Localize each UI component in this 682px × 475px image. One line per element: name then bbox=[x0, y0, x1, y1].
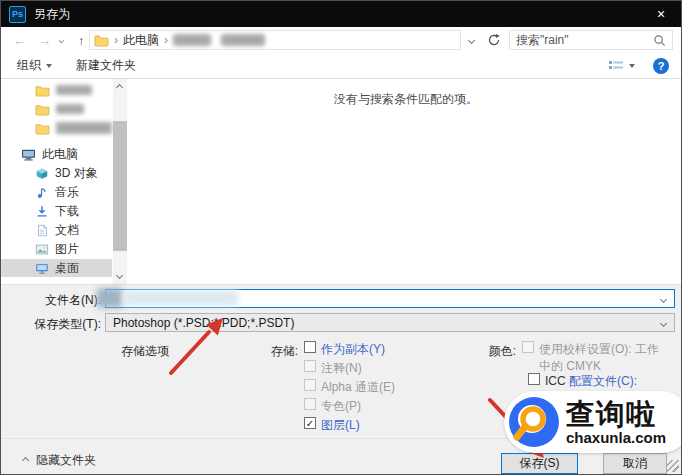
checkbox-label: 作为副本(Y) bbox=[321, 341, 385, 358]
sidebar-item-redacted[interactable] bbox=[1, 100, 112, 118]
hide-folders-label: 隐藏文件夹 bbox=[36, 452, 96, 469]
scroll-down-icon[interactable] bbox=[116, 272, 123, 279]
sidebar-item-pictures[interactable]: 图片 bbox=[1, 240, 112, 258]
save-button-label: 保存(S) bbox=[520, 455, 560, 472]
download-icon bbox=[35, 205, 49, 218]
cancel-button-label: 取消 bbox=[623, 455, 647, 472]
redacted-label bbox=[56, 85, 92, 95]
folder-icon bbox=[35, 84, 50, 97]
sidebar-item-desktop[interactable]: 桌面 bbox=[1, 259, 112, 277]
save-type-chevron-icon bbox=[660, 320, 667, 327]
sidebar-item-redacted[interactable] bbox=[1, 119, 112, 137]
up-button[interactable]: ↑ bbox=[78, 33, 85, 48]
command-toolbar: 组织 新建文件夹 ? bbox=[1, 53, 682, 79]
new-folder-button[interactable]: 新建文件夹 bbox=[68, 54, 144, 77]
breadcrumb-separator: › bbox=[114, 33, 118, 47]
sidebar-item-label: 此电脑 bbox=[42, 146, 78, 163]
save-button[interactable]: 保存(S) bbox=[501, 453, 578, 474]
music-icon bbox=[35, 186, 49, 199]
sidebar-item-label: 音乐 bbox=[55, 184, 79, 201]
save-as-dialog: Ps 另存为 × ← → ↑ › 此电脑 › 搜索"rain" bbox=[0, 0, 682, 475]
checkbox-alpha-channels: Alpha 通道(E) bbox=[304, 379, 395, 396]
back-button[interactable]: ← bbox=[13, 33, 26, 48]
close-icon: × bbox=[657, 6, 665, 22]
address-bar: ← → ↑ › 此电脑 › 搜索"rain" bbox=[1, 27, 682, 53]
sidebar-item-redacted[interactable] bbox=[1, 81, 112, 99]
checkbox-icon[interactable] bbox=[304, 341, 316, 353]
close-button[interactable]: × bbox=[639, 1, 682, 27]
3d-objects-icon bbox=[35, 167, 49, 180]
sidebar-item-3d-objects[interactable]: 3D 对象 bbox=[1, 164, 112, 182]
caret-down-icon bbox=[46, 64, 52, 68]
sidebar-item-label: 图片 bbox=[55, 241, 79, 258]
forward-button[interactable]: → bbox=[38, 33, 51, 48]
address-dropdown-chevron-icon[interactable] bbox=[468, 37, 475, 44]
breadcrumb-this-pc[interactable]: 此电脑 bbox=[123, 32, 159, 49]
redacted-label bbox=[56, 122, 112, 134]
redacted-file-name bbox=[97, 288, 123, 308]
caret-down-icon bbox=[629, 64, 635, 68]
checkbox-layers[interactable]: ✓ 图层(L) bbox=[304, 417, 360, 434]
help-button[interactable]: ? bbox=[653, 58, 669, 74]
search-input[interactable]: 搜索"rain" bbox=[509, 30, 673, 50]
watermark-domain: chaxunla.com bbox=[566, 430, 666, 445]
redacted-breadcrumb-segment bbox=[221, 34, 265, 46]
watermark-brand: 查询啦 bbox=[566, 400, 666, 429]
title-bar: Ps 另存为 × bbox=[1, 1, 682, 27]
folder-icon bbox=[35, 122, 50, 135]
question-mark-icon: ? bbox=[658, 60, 665, 72]
organize-button[interactable]: 组织 bbox=[9, 54, 60, 77]
save-group-label: 存储: bbox=[248, 343, 298, 360]
document-icon bbox=[35, 224, 49, 237]
checkbox-annotations: 注释(N) bbox=[304, 360, 362, 377]
checkbox-label: 注释(N) bbox=[321, 360, 362, 377]
checkbox-label: 专色(P) bbox=[321, 398, 361, 415]
photoshop-app-icon: Ps bbox=[9, 6, 26, 23]
search-icon[interactable] bbox=[653, 34, 666, 47]
list-view-icon bbox=[608, 59, 624, 72]
cancel-button[interactable]: 取消 bbox=[603, 453, 667, 474]
folder-icon bbox=[94, 34, 109, 47]
checkbox-icon bbox=[304, 379, 316, 391]
sidebar-item-label: 3D 对象 bbox=[55, 165, 98, 182]
save-type-label: 保存类型(T): bbox=[1, 316, 101, 333]
sidebar-item-music[interactable]: 音乐 bbox=[1, 183, 112, 201]
redacted-label bbox=[56, 104, 84, 114]
recent-locations-chevron-icon[interactable] bbox=[59, 37, 65, 43]
sidebar-item-downloads[interactable]: 下载 bbox=[1, 202, 112, 220]
sidebar-item-documents[interactable]: 文档 bbox=[1, 221, 112, 239]
refresh-icon[interactable] bbox=[487, 33, 501, 47]
file-name-label: 文件名(N): bbox=[1, 292, 101, 309]
picture-icon bbox=[35, 243, 49, 256]
checkbox-checked-icon[interactable]: ✓ bbox=[304, 417, 316, 429]
navigation-pane: 此电脑 3D 对象 音乐 下载 文档 图片 桌面 bbox=[1, 79, 129, 284]
save-type-select[interactable]: Photoshop (*.PSD;*.PDD;*.PSDT) bbox=[105, 313, 675, 332]
chevron-up-icon bbox=[22, 457, 29, 464]
resize-grip[interactable] bbox=[667, 460, 679, 472]
view-mode-button[interactable] bbox=[600, 56, 643, 75]
checkbox-icon[interactable] bbox=[528, 373, 540, 385]
redacted-breadcrumb-segment bbox=[173, 34, 211, 46]
breadcrumb-separator: › bbox=[164, 33, 168, 47]
file-name-dropdown-chevron-icon[interactable] bbox=[660, 296, 667, 303]
scroll-up-icon[interactable] bbox=[116, 84, 123, 91]
watermark-badge: 查询啦 chaxunla.com bbox=[504, 391, 682, 453]
hide-folders-button[interactable]: 隐藏文件夹 bbox=[23, 452, 96, 469]
this-pc-icon bbox=[21, 148, 36, 161]
sidebar-item-this-pc[interactable]: 此电脑 bbox=[1, 145, 112, 163]
checkbox-icon bbox=[522, 341, 534, 353]
sidebar-scrollbar[interactable] bbox=[113, 79, 127, 284]
color-group-label: 颜色: bbox=[466, 343, 516, 360]
save-options-section-label: 存储选项 bbox=[121, 343, 169, 360]
scrollbar-thumb[interactable] bbox=[113, 121, 127, 251]
checkbox-label: 使用校样设置(O): 工作中的 CMYK bbox=[539, 341, 667, 375]
checkbox-as-copy[interactable]: 作为副本(Y) bbox=[304, 341, 385, 358]
checkbox-label-prefix: ICC bbox=[545, 374, 569, 388]
organize-label: 组织 bbox=[17, 57, 41, 74]
checkbox-icon bbox=[304, 398, 316, 410]
sidebar-item-label: 下载 bbox=[55, 203, 79, 220]
checkbox-icc-profile[interactable]: ICC 配置文件(C): bbox=[528, 373, 637, 390]
redacted-file-name-soft bbox=[123, 290, 238, 306]
breadcrumb[interactable]: › 此电脑 › bbox=[89, 30, 461, 50]
file-list-area[interactable]: 没有与搜索条件匹配的项。 bbox=[129, 79, 682, 284]
